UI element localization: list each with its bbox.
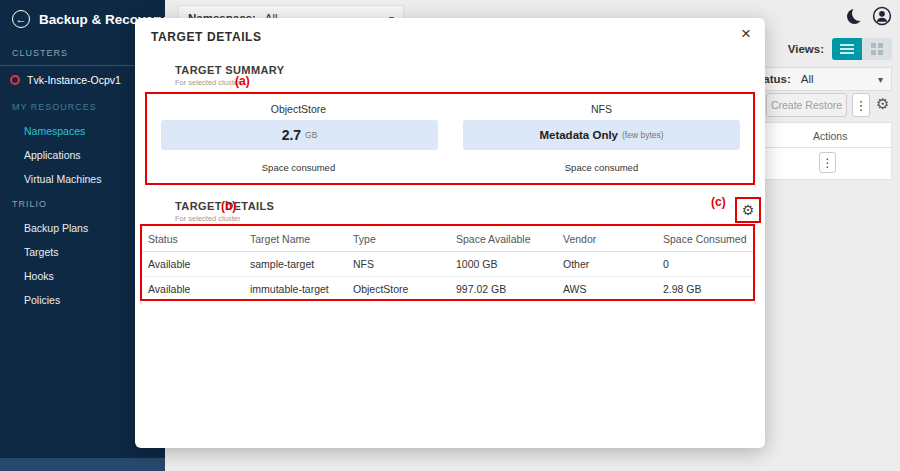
- objectstore-consumed-unit: GB: [305, 130, 317, 140]
- views-label: Views:: [788, 43, 824, 55]
- summary-card-caption-objectstore: Space consumed: [147, 162, 450, 173]
- cell-vendor: AWS: [557, 277, 657, 302]
- nfs-consumed-value: Metadata Only: [539, 129, 618, 141]
- summary-highlight-box: ObjectStore NFS 2.7 GB Metadata Only (fe…: [145, 92, 755, 185]
- target-summary-subheading: For selected cluster: [175, 78, 240, 87]
- annotation-b: (b): [221, 199, 236, 213]
- table-row: Available immutable-target ObjectStore 9…: [142, 277, 753, 302]
- cell-type: NFS: [347, 252, 450, 277]
- cluster-name: Tvk-Instance-Ocpv1: [27, 74, 121, 86]
- views-toggle: Views:: [788, 38, 892, 60]
- modal-close-button[interactable]: ×: [741, 25, 751, 42]
- cell-space-consumed: 0: [657, 252, 753, 277]
- gear-highlight-box: ⚙: [735, 197, 761, 223]
- column-header-status: Status: [142, 226, 244, 252]
- cell-status: Available: [142, 252, 244, 277]
- toolbar-gear-icon[interactable]: ⚙: [876, 95, 889, 113]
- trilio-logo-icon: [10, 75, 20, 85]
- target-summary-heading: TARGET SUMMARY: [175, 64, 284, 76]
- target-settings-gear-icon[interactable]: ⚙: [742, 202, 755, 218]
- summary-card-title-nfs: NFS: [450, 103, 753, 115]
- table-row: Available sample-target NFS 1000 GB Othe…: [142, 252, 753, 277]
- target-details-subheading: For selected cluster: [175, 214, 240, 223]
- grid-view-button[interactable]: [862, 38, 892, 60]
- objectstore-consumed-value: 2.7: [282, 127, 301, 143]
- details-table-highlight-box: Status Target Name Type Space Available …: [140, 224, 755, 301]
- table-header-row: Status Target Name Type Space Available …: [142, 226, 753, 252]
- summary-card-title-objectstore: ObjectStore: [147, 103, 450, 115]
- cell-status: Available: [142, 277, 244, 302]
- back-icon[interactable]: ←: [12, 10, 30, 28]
- chevron-down-icon: ▾: [878, 74, 883, 85]
- cell-target-name: sample-target: [244, 252, 347, 277]
- targets-table: Status Target Name Type Space Available …: [142, 226, 753, 301]
- column-header-space-available: Space Available: [450, 226, 557, 252]
- column-header-vendor: Vendor: [557, 226, 657, 252]
- cell-target-name: immutable-target: [244, 277, 347, 302]
- dark-mode-toggle[interactable]: [847, 9, 863, 25]
- create-restore-button[interactable]: Create Restore: [766, 93, 847, 117]
- application-status-value: All: [801, 73, 814, 85]
- annotation-c: (c): [711, 195, 726, 209]
- account-button[interactable]: [872, 6, 892, 30]
- target-details-modal: TARGET DETAILS × TARGET SUMMARY For sele…: [135, 18, 765, 448]
- toolbar-kebab-button[interactable]: ⋮: [852, 93, 870, 117]
- cell-space-available: 1000 GB: [450, 252, 557, 277]
- list-view-button[interactable]: [832, 38, 862, 60]
- modal-title: TARGET DETAILS: [151, 30, 262, 44]
- list-view-icon: [840, 44, 854, 54]
- column-header-type: Type: [347, 226, 450, 252]
- summary-card-caption-nfs: Space consumed: [450, 162, 753, 173]
- cell-space-consumed: 2.98 GB: [657, 277, 753, 302]
- cell-type: ObjectStore: [347, 277, 450, 302]
- nfs-consumed-unit: (few bytes): [622, 130, 664, 140]
- moon-icon: [847, 9, 862, 24]
- column-header-space-consumed: Space Consumed: [657, 226, 753, 252]
- account-icon: [872, 6, 892, 26]
- sidebar-footer: [0, 458, 165, 471]
- cell-vendor: Other: [557, 252, 657, 277]
- summary-card-value-objectstore: 2.7 GB: [161, 120, 438, 150]
- annotation-a: (a): [235, 74, 250, 88]
- cell-space-available: 997.02 GB: [450, 277, 557, 302]
- row-actions-kebab-button[interactable]: ⋮: [819, 152, 836, 173]
- screen: ← Backup & Recovery CLUSTERS Tvk-Instanc…: [0, 0, 900, 471]
- column-header-target-name: Target Name: [244, 226, 347, 252]
- summary-card-value-nfs: Metadata Only (few bytes): [463, 120, 740, 150]
- back-arrow-glyph: ←: [16, 13, 27, 25]
- actions-label: Actions: [813, 130, 847, 142]
- grid-view-icon: [871, 43, 883, 55]
